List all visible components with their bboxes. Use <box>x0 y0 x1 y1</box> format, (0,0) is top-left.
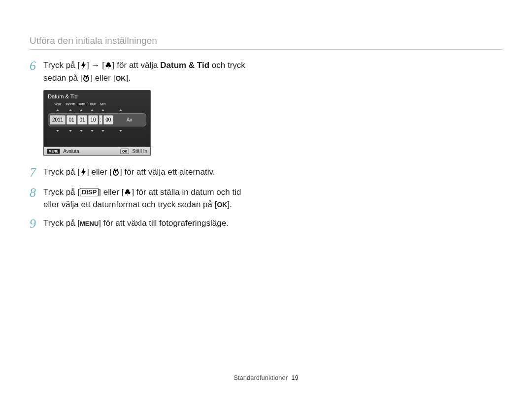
lcd-title: Datum & Tid <box>44 91 150 101</box>
value-month[interactable]: 01 <box>66 115 76 124</box>
svg-marker-5 <box>81 168 86 176</box>
page-content: 6 Tryck på [] → [] för att välja Datum &… <box>30 59 502 237</box>
page-header-title: Utföra den initiala inställningen <box>30 35 157 46</box>
up-arrow-icon[interactable] <box>80 109 83 111</box>
ok-label: OK <box>217 201 227 209</box>
text: ]. <box>227 200 232 209</box>
self-timer-icon <box>112 168 120 176</box>
ok-label: OK <box>115 74 126 82</box>
manual-page: Utföra den initiala inställningen 6 Tryc… <box>0 0 532 401</box>
label-month: Month <box>66 102 75 106</box>
step-number: 8 <box>30 186 43 211</box>
arrow-row-up <box>44 106 150 113</box>
arrow-right: → <box>91 61 100 70</box>
value-year[interactable]: 2011 <box>50 115 66 124</box>
value-av[interactable]: Av <box>114 116 144 124</box>
text: ] eller [ <box>99 187 124 197</box>
lcd-footer: MENU Avsluta OK Ställ In <box>44 147 150 155</box>
up-arrow-icon[interactable] <box>69 109 72 111</box>
lcd-datetime-panel: Datum & Tid Year Month Date Hour Min 201… <box>43 90 151 156</box>
text: sedan på [ <box>43 73 82 83</box>
text: ] för att välja <box>112 61 160 70</box>
flash-icon <box>80 62 87 69</box>
step-number: 6 <box>30 59 43 84</box>
text: ] för att växla till fotograferingsläge. <box>99 218 229 228</box>
svg-line-4 <box>87 75 88 76</box>
bold-text: Datum & Tid <box>160 61 209 70</box>
text: Tryck på [ <box>43 187 80 197</box>
footer-page-number: 19 <box>291 374 298 381</box>
label-hour: Hour <box>87 102 97 106</box>
down-arrow-icon[interactable] <box>80 130 83 132</box>
svg-line-8 <box>114 169 115 170</box>
text: Tryck på [ <box>43 218 80 228</box>
step-body: Tryck på [] eller [] för att välja ett a… <box>43 166 215 180</box>
time-colon: : <box>99 115 102 124</box>
text: ]. <box>126 73 130 83</box>
menu-button-icon[interactable]: MENU <box>47 149 60 154</box>
down-arrow-icon[interactable] <box>69 130 72 132</box>
step-7: 7 Tryck på [] eller [] för att välja ett… <box>30 166 502 180</box>
step-body: Tryck på [DISP] eller [] för att ställa … <box>43 186 241 211</box>
step-body: Tryck på [MENU] för att växla till fotog… <box>43 217 229 231</box>
up-arrow-icon[interactable] <box>119 109 122 111</box>
self-timer-icon <box>82 74 90 82</box>
up-arrow-icon[interactable] <box>56 109 59 111</box>
down-arrow-icon[interactable] <box>91 130 94 132</box>
page-header: Utföra den initiala inställningen <box>30 35 502 50</box>
text: [ <box>100 61 104 70</box>
text: och tryck <box>209 61 245 70</box>
macro-icon <box>124 188 132 196</box>
set-label: Ställ In <box>132 149 147 154</box>
step-8: 8 Tryck på [DISP] eller [] för att ställ… <box>30 186 502 211</box>
text: ] för att ställa in datum och tid <box>132 187 241 197</box>
text: eller välja ett datumformat och tryck se… <box>43 200 217 209</box>
disp-label: DISP <box>80 188 99 196</box>
down-arrow-icon[interactable] <box>56 130 59 132</box>
datetime-spinner[interactable]: 2011 01 01 10 : 00 Av <box>48 113 146 126</box>
value-hour[interactable]: 10 <box>88 115 98 124</box>
label-min: Min <box>98 102 108 106</box>
up-arrow-icon[interactable] <box>101 109 104 111</box>
exit-label: Avsluta <box>63 149 79 154</box>
ok-button-icon[interactable]: OK <box>120 149 130 154</box>
text: ] för att välja ett alternativ. <box>120 167 215 177</box>
svg-marker-0 <box>81 62 86 69</box>
label-date: Date <box>76 102 86 106</box>
step-6: 6 Tryck på [] → [] för att välja Datum &… <box>30 59 502 84</box>
down-arrow-icon[interactable] <box>119 130 122 132</box>
text: ] eller [ <box>87 167 112 177</box>
flash-icon <box>80 168 87 176</box>
label-year: Year <box>51 102 65 106</box>
value-date[interactable]: 01 <box>77 115 87 124</box>
up-arrow-icon[interactable] <box>91 109 94 111</box>
text: ] eller [ <box>90 73 115 83</box>
value-min[interactable]: 00 <box>103 115 113 124</box>
step-9: 9 Tryck på [MENU] för att växla till fot… <box>30 217 502 231</box>
text: Tryck på [ <box>43 61 80 70</box>
down-arrow-icon[interactable] <box>101 130 104 132</box>
step-number: 9 <box>30 217 43 231</box>
step-number: 7 <box>30 166 43 180</box>
menu-label: MENU <box>80 220 99 227</box>
page-footer: Standardfunktioner 19 <box>0 374 532 381</box>
lcd-column-labels: Year Month Date Hour Min <box>44 101 150 106</box>
arrow-row-down <box>44 126 150 134</box>
text: Tryck på [ <box>43 167 80 177</box>
svg-line-9 <box>117 169 118 170</box>
svg-line-3 <box>84 75 85 76</box>
lcd-spacer <box>44 134 150 147</box>
footer-section: Standardfunktioner <box>233 374 288 381</box>
step-body: Tryck på [] → [] för att välja Datum & T… <box>43 59 245 84</box>
macro-icon <box>104 62 112 69</box>
